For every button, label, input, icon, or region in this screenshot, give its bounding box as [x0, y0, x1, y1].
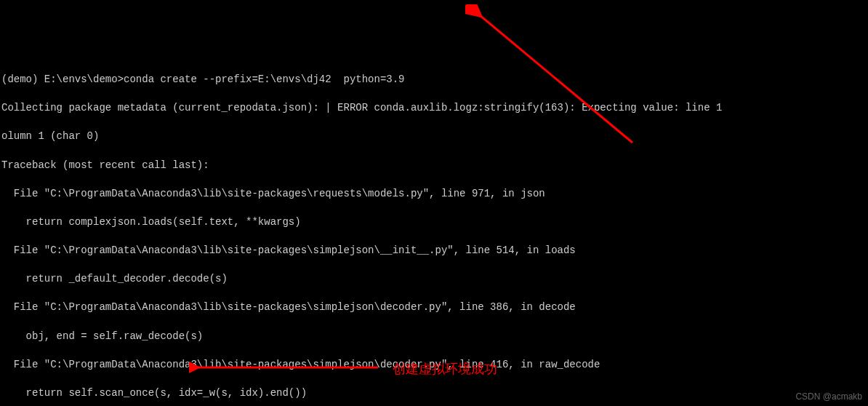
watermark-text: CSDN @acmakb — [795, 391, 862, 403]
terminal-line: File "C:\ProgramData\Anaconda3\lib\site-… — [1, 358, 867, 373]
terminal-line: File "C:\ProgramData\Anaconda3\lib\site-… — [1, 244, 867, 258]
terminal-line: File "C:\ProgramData\Anaconda3\lib\site-… — [1, 300, 867, 315]
terminal-line: olumn 1 (char 0) — [1, 130, 867, 144]
terminal-output[interactable]: (demo) E:\envs\demo>conda create --prefi… — [1, 58, 867, 406]
terminal-line: return self.scan_once(s, idx=_w(s, idx).… — [1, 386, 867, 401]
terminal-line: obj, end = self.raw_decode(s) — [1, 330, 867, 344]
terminal-line: (demo) E:\envs\demo>conda create --prefi… — [1, 73, 867, 87]
terminal-line: return _default_decoder.decode(s) — [1, 272, 867, 287]
terminal-line: Traceback (most recent call last): — [1, 159, 867, 173]
terminal-line: File "C:\ProgramData\Anaconda3\lib\site-… — [1, 187, 867, 202]
terminal-line: Collecting package metadata (current_rep… — [1, 101, 867, 116]
terminal-line: return complexjson.loads(self.text, **kw… — [1, 215, 867, 230]
